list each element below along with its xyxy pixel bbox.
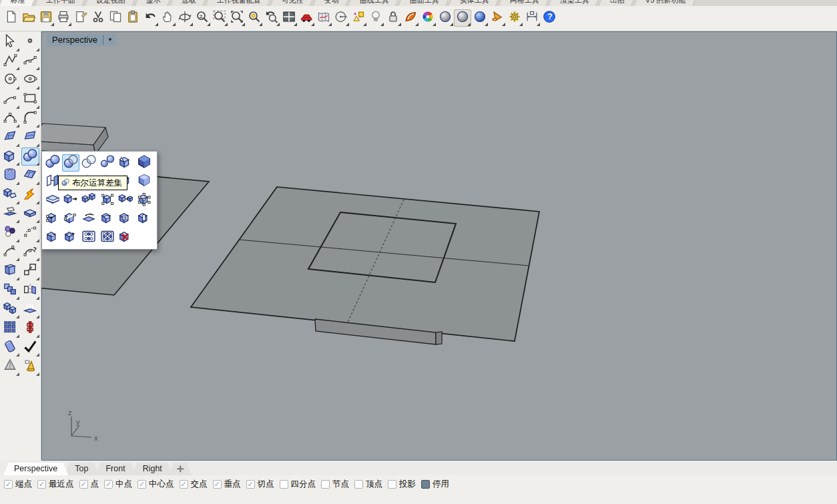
zoom-dynamic-button[interactable]: ± — [194, 9, 211, 27]
flyout-tool-hex-solid[interactable] — [135, 154, 153, 172]
zoom-window-button[interactable] — [211, 9, 228, 27]
sidebar-tool-pipe-array[interactable] — [21, 320, 39, 338]
flyout-tool-text-solid[interactable] — [117, 210, 134, 228]
zoom-selected-button[interactable] — [246, 9, 263, 27]
sidebar-tool-surface-3pt[interactable] — [1, 129, 19, 147]
zoom-previous-button[interactable] — [263, 9, 280, 27]
viewport-title-menu[interactable]: Perspective ▼ — [47, 34, 116, 46]
flyout-tool-slab-band[interactable] — [44, 192, 61, 209]
chevron-down-icon[interactable]: ▼ — [106, 37, 114, 43]
flyout-tool-cage-points[interactable] — [135, 192, 153, 209]
plane-surface-main[interactable] — [191, 187, 539, 341]
toolbar-group-tab[interactable]: 变动 — [312, 0, 351, 6]
ghosted-sphere-button[interactable] — [454, 9, 471, 27]
osnap-checkbox[interactable] — [388, 480, 396, 489]
sidebar-tool-cylinder-tilt[interactable] — [1, 338, 19, 356]
sidebar-tool-rebuild-curve[interactable] — [21, 243, 39, 261]
shaded-sphere-button[interactable] — [437, 9, 454, 27]
named-view-car-button[interactable] — [298, 9, 315, 27]
osnap-checkbox[interactable] — [354, 480, 363, 489]
osnap-checkbox[interactable] — [321, 480, 330, 489]
sidebar-tool-light-lamp[interactable] — [21, 300, 39, 318]
sidebar-tool-extrude-solid[interactable] — [1, 262, 19, 280]
sidebar-tool-curve-handle[interactable] — [1, 243, 19, 261]
osnap-checkbox[interactable]: ✓ — [79, 480, 88, 489]
sidebar-tool-tube[interactable] — [1, 167, 19, 185]
flyout-tool-boolean-intersection[interactable] — [80, 154, 97, 172]
new-file-button[interactable] — [3, 9, 20, 27]
pan-view-button[interactable] — [159, 9, 176, 27]
toolbar-group-tab[interactable]: 可见性 — [270, 0, 316, 6]
sidebar-tool-explode[interactable] — [21, 186, 39, 204]
toolbar-group-tab[interactable]: 显示 — [134, 0, 173, 6]
toolbar-group-tab[interactable]: 实体工具 — [448, 0, 501, 6]
flyout-tool-pipe-hole[interactable] — [135, 210, 153, 228]
copy-button[interactable] — [107, 9, 124, 27]
flyout-tool-hexcube-solid[interactable] — [135, 173, 153, 190]
osnap-checkbox[interactable]: ✓ — [137, 480, 146, 489]
sidebar-tool-conic-curve[interactable] — [1, 109, 19, 128]
sidebar-tool-chamfer-solid[interactable] — [1, 205, 19, 223]
flyout-tool-boolean-split[interactable] — [99, 154, 116, 172]
flyout-tool-move-edge[interactable] — [44, 210, 61, 228]
cut-button[interactable] — [89, 9, 107, 27]
toolbar-group-tab[interactable]: 渲染工具 — [548, 0, 601, 6]
color-wheel-button[interactable] — [419, 9, 437, 27]
toolbar-group-tab[interactable]: 曲线工具 — [348, 0, 401, 6]
flyout-tool-rotate-face[interactable] — [80, 210, 97, 228]
options-gears-button[interactable] — [506, 9, 523, 27]
toolbar-group-tab[interactable]: 工作平面 — [34, 0, 87, 6]
sidebar-tool-box[interactable] — [1, 148, 19, 166]
rotate-view-button[interactable] — [176, 9, 194, 27]
sidebar-tool-fillet-curve[interactable] — [21, 109, 39, 128]
viewport-layout-button[interactable] — [280, 9, 298, 27]
sidebar-tool-select-arrow[interactable] — [1, 33, 19, 51]
flyout-tool-shell-box[interactable] — [117, 154, 134, 172]
flyout-tool-slice-box[interactable] — [62, 210, 79, 228]
flyout-tool-shrink-solid[interactable] — [99, 192, 116, 209]
toolbar-group-tab[interactable]: V5 的新功能 — [633, 0, 698, 6]
sidebar-tool-circle[interactable] — [1, 71, 19, 89]
flyout-tool-corner-box[interactable] — [44, 229, 61, 246]
sidebar-tool-mesh-box[interactable] — [21, 167, 39, 185]
osnap-checkbox[interactable]: ✓ — [37, 480, 46, 489]
box-on-left-plane[interactable] — [41, 123, 108, 154]
osnap-points-button[interactable] — [350, 9, 367, 27]
sidebar-tool-arc[interactable] — [1, 91, 19, 109]
lock-button[interactable] — [384, 9, 402, 27]
sidebar-tool-patch-surface[interactable] — [21, 129, 39, 147]
sidebar-tool-fillet-solid[interactable] — [1, 186, 19, 204]
sidebar-tool-array-box[interactable] — [1, 300, 19, 318]
dimension-button[interactable] — [523, 9, 541, 27]
plan-view-button[interactable] — [315, 9, 332, 27]
cplane-disc-button[interactable] — [332, 9, 350, 27]
sidebar-tool-check-ok[interactable] — [21, 338, 39, 356]
zoom-extents-button[interactable] — [228, 9, 246, 27]
viewport-tab-front[interactable]: Front — [95, 463, 135, 475]
flyout-tool-corner-box-2[interactable] — [62, 229, 79, 246]
flyout-tool-hole-grid-dense[interactable] — [99, 229, 116, 246]
osnap-checkbox[interactable]: ✓ — [246, 480, 255, 489]
toolbar-group-tab[interactable]: 工作视窗配置 — [205, 0, 273, 6]
sidebar-tool-cone-tag[interactable] — [21, 358, 39, 376]
toolbar-group-tab[interactable]: 标准 — [0, 0, 37, 6]
sidebar-tool-single-point[interactable] — [21, 33, 39, 51]
viewport-tab-right[interactable]: Right — [132, 463, 173, 475]
toolbar-group-tab[interactable]: 网格工具 — [498, 0, 551, 6]
flyout-tool-boolean-union[interactable] — [44, 154, 61, 172]
sidebar-tool-copy-objects[interactable] — [1, 282, 19, 300]
open-file-button[interactable] — [20, 9, 37, 27]
sidebar-tool-slab[interactable] — [21, 205, 39, 223]
save-file-button[interactable] — [37, 9, 55, 27]
perspective-viewport[interactable]: z y x Perspective ▼ 布尔运算差集 — [41, 31, 837, 461]
osnap-checkbox[interactable] — [421, 480, 430, 489]
toolbar-group-tab[interactable]: 选取 — [170, 0, 208, 6]
help-button[interactable]: ? — [541, 9, 558, 27]
osnap-checkbox[interactable]: ✓ — [4, 480, 13, 489]
spotlight-cone-button[interactable] — [489, 9, 506, 27]
toolbar-group-tab[interactable]: 曲面工具 — [398, 0, 451, 6]
flyout-tool-delete-hole[interactable] — [117, 229, 134, 246]
sidebar-tool-mirror[interactable] — [21, 282, 39, 300]
viewport-tab-top[interactable]: Top — [64, 463, 99, 475]
flyout-tool-extrude-boundary[interactable] — [117, 192, 134, 209]
